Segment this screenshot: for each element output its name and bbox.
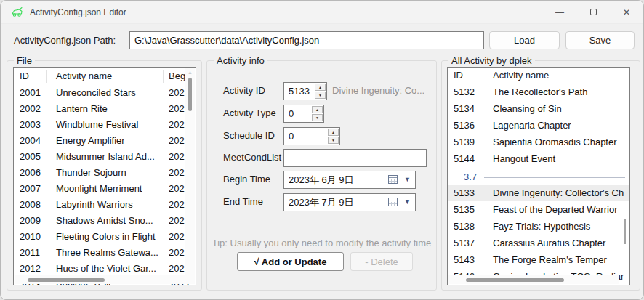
table-row[interactable]: 2005Midsummer Island Ad...2022 [14,149,196,165]
scrollbar-thumb[interactable] [466,278,564,282]
activity-info-group: Activity info Activity ID 5133 ▲ ▼ Divin… [206,60,437,291]
schedule-id-row: Schedule ID 0 ▲ ▼ [207,127,436,145]
cell-id: 2011 [20,245,40,261]
activity-id-stepper[interactable]: 5133 ▲ ▼ [283,82,327,100]
path-input[interactable] [129,31,484,49]
close-button[interactable]: ✕ [610,1,643,24]
all-activity-list-body: 5132The Recollector's Path5134Cleansing … [448,84,629,285]
table-row[interactable]: 5135Feast of the Departed Warrior [448,201,629,218]
table-row[interactable]: 5136Lagenaria Chapter [448,117,629,134]
table-row[interactable]: 5137Carassius Auratus Chapter [448,235,629,251]
cell-activity-name: Three Realms Gatewa... [56,245,158,261]
table-row[interactable]: 5143The Forge Realm's Temper [448,251,629,268]
cell-id: 2002 [20,101,41,117]
cell-id: 5132 [454,84,475,100]
load-button[interactable]: Load [489,31,560,49]
activity-type-label: Activity Type [223,108,276,118]
table-row[interactable]: 5132The Recollector's Path [448,84,629,100]
spinner-up-icon[interactable]: ▲ [315,84,326,91]
separator-line-icon [484,177,625,178]
file-list-header[interactable]: ID Activity name Begi [14,68,196,85]
cell-activity-name: Shadows Amidst Sno... [56,213,153,229]
cell-activity-name: Carassius Auratus Chapter [493,235,605,251]
cell-id: 2006 [20,165,41,181]
activity-type-row: Activity Type 0 ▲ ▼ [207,105,436,123]
cell-activity-name: Hangout Event [493,150,555,167]
cell-id: 2003 [20,117,41,133]
scroll-up-icon[interactable]: ▲ [188,70,193,75]
cell-activity-name: Windblume Festival [56,117,138,133]
cell-activity-name: Cleansing of Sin [493,100,562,117]
table-row[interactable]: 5134Cleansing of Sin [448,100,629,117]
cell-activity-name: The Forge Realm's Temper [493,251,607,268]
file-list-vertical-scrollbar[interactable]: ▲ [185,68,195,284]
cell-activity-name: Moonlight Merriment [56,181,142,197]
all-activity-vertical-scrollbar[interactable] [619,68,629,284]
minimize-button[interactable]: — [543,1,576,24]
table-row[interactable]: 5133Divine Ingenuity: Collector's Ch [448,185,629,201]
cell-id: 5137 [454,235,475,251]
file-list[interactable]: ID Activity name Begi 2001Unreconciled S… [13,67,196,285]
spinner-down-icon[interactable]: ▼ [315,92,326,99]
scrollbar-thumb[interactable] [624,219,626,244]
window-controls: — ✕ [543,1,643,24]
dropdown-arrow-icon[interactable]: ▼ [404,198,411,206]
spinner-up-icon[interactable]: ▲ [328,129,339,136]
spinner-down-icon[interactable]: ▼ [312,114,323,121]
version-label: 3.7 [464,171,477,183]
file-list-body: 2001Unreconciled Stars20222002Lantern Ri… [14,85,196,285]
add-or-update-button[interactable]: √ Add or Update [237,252,344,271]
spinner-down-icon[interactable]: ▼ [328,137,339,144]
table-row[interactable]: 2010Fleeting Colors in Flight2022 [14,229,196,245]
activity-type-stepper[interactable]: 0 ▲ ▼ [283,105,324,123]
path-label: ActivityConfig.json Path: [14,35,116,46]
table-row[interactable]: 2001Unreconciled Stars2022 [14,85,196,101]
table-row[interactable]: 5144Hangout Event [448,150,629,167]
table-row[interactable]: 2012Hues of the Violet Gar...2022 [14,261,196,277]
delete-button: - Delete [350,252,413,271]
table-row[interactable]: 2007Moonlight Merriment2022 [14,181,196,197]
column-header-id[interactable]: ID [20,68,29,85]
spinner-up-icon[interactable]: ▲ [312,106,323,113]
scrollbar-thumb[interactable] [188,78,192,111]
minimize-icon: — [555,7,564,17]
column-header-id[interactable]: ID [454,68,463,84]
end-time-picker[interactable]: 2023年 7月 9日 ▼ [283,193,416,211]
column-header-activity-name[interactable]: Activity name [493,68,549,84]
schedule-id-label: Schedule ID [223,130,275,141]
column-divider[interactable] [163,70,164,83]
cell-activity-name: Divine Ingenuity: Collector's Ch [493,185,624,201]
cell-activity-name: Fayz Trials: Hypothesis [493,218,590,235]
version-separator: 3.7 [448,171,629,185]
table-row[interactable]: 2003Windblume Festival2022 [14,117,196,133]
begin-time-picker[interactable]: 2023年 6月 9日 ▼ [283,171,416,189]
table-row[interactable]: 5139Sapientia Oromasdis Chapter [448,134,629,150]
scrollbar-thumb[interactable] [28,278,105,282]
save-button[interactable]: Save [565,31,635,49]
all-activity-list-header[interactable]: ID Activity name [448,68,629,84]
app-window: ActivityConfig.json Editor — ✕ ActivityC… [0,0,644,300]
table-row[interactable]: 2004Energy Amplifier2022 [14,133,196,149]
table-row[interactable]: 2009Shadows Amidst Sno...2022 [14,213,196,229]
column-divider[interactable] [46,70,47,83]
column-divider[interactable] [486,69,486,82]
file-list-horizontal-scrollbar[interactable] [15,275,185,284]
dropdown-arrow-icon[interactable]: ▼ [404,176,411,183]
table-row[interactable]: 2011Three Realms Gatewa...2022 [14,245,196,261]
cell-activity-name: Lantern Rite [56,101,108,117]
table-row[interactable]: 5138Fayz Trials: Hypothesis [448,218,629,235]
cell-activity-name: Energy Amplifier [56,133,125,149]
maximize-button[interactable] [576,1,610,24]
schedule-id-stepper[interactable]: 0 ▲ ▼ [283,127,340,145]
all-activity-list[interactable]: ID Activity name 5132The Recollector's P… [447,67,630,285]
table-row[interactable]: 2002Lantern Rite2022 [14,101,196,117]
table-row[interactable]: 2006Thunder Sojourn2022 [14,165,196,181]
all-activity-horizontal-scrollbar[interactable] [448,275,619,284]
meet-cond-list-input[interactable] [283,149,427,167]
cell-id: 2009 [20,213,41,229]
column-header-activity-name[interactable]: Activity name [56,68,112,85]
cell-id: 5135 [454,201,475,218]
cell-id: 2005 [20,149,41,165]
table-row[interactable]: 2008Labyrinth Warriors2022 [14,197,196,213]
cell-activity-name: Thunder Sojourn [56,165,126,181]
